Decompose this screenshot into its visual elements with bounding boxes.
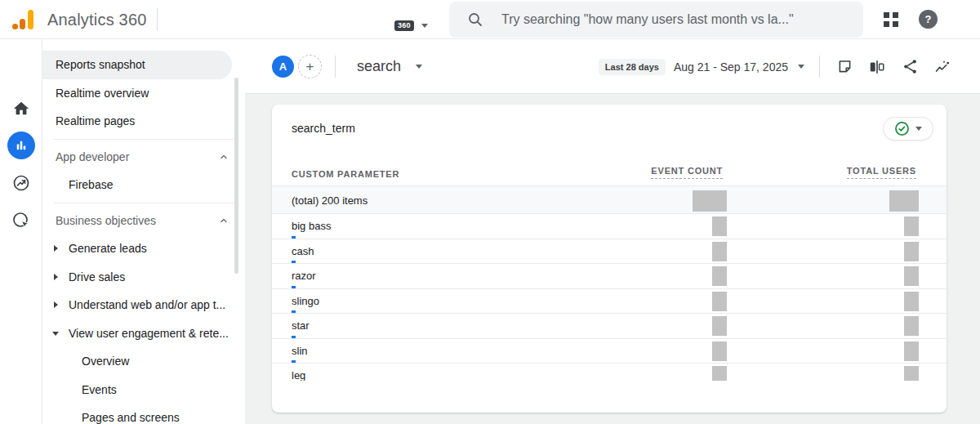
explore-icon [11, 173, 31, 193]
redacted-sublabel [292, 286, 296, 288]
analytics-logo-icon [11, 8, 35, 31]
app-title: Analytics 360 [47, 11, 147, 29]
header-divider [335, 56, 336, 78]
redacted-total-users-value [904, 216, 919, 236]
redacted-total-users-value [904, 266, 919, 286]
table-row: leg [272, 364, 947, 381]
redacted-event-count-value [712, 341, 727, 361]
expand-arrow-icon[interactable] [54, 245, 58, 252]
date-range-picker[interactable]: Last 28 days Aug 21 - Sep 17, 2025 [599, 59, 804, 75]
redacted-total-users-value [904, 242, 919, 261]
chevron-up-icon [219, 216, 229, 225]
add-comparison-button[interactable]: + [298, 55, 322, 78]
chevron-up-icon [219, 152, 229, 162]
redacted-total-users-value [904, 366, 919, 381]
sidebar-item-events[interactable]: Events [42, 376, 245, 404]
help-icon[interactable]: ? [919, 10, 938, 29]
redacted-total-users-value [904, 292, 919, 311]
top-app-bar: Analytics 360 360 ? [0, 0, 980, 39]
table-row: big bass [272, 214, 947, 239]
sidebar-divider [54, 139, 234, 140]
chevron-down-icon [798, 65, 804, 69]
expand-arrow-icon[interactable] [54, 301, 58, 308]
sidebar-item-reports-snapshot[interactable]: Reports snapshot [42, 51, 232, 79]
brand-home-link[interactable]: Analytics 360 [11, 0, 147, 39]
home-icon [12, 100, 30, 118]
reports-bar-chart-icon [14, 138, 29, 153]
compare-icon [868, 58, 886, 76]
search-term-cell: razor [292, 270, 316, 282]
search-term-cell: leg [292, 369, 305, 381]
search-term-cell: cash [292, 245, 314, 257]
note-icon [836, 58, 853, 75]
redacted-sublabel [292, 360, 296, 363]
chevron-down-icon [416, 65, 422, 69]
redacted-sublabel [292, 310, 296, 313]
redacted-event-count-value [712, 242, 727, 261]
report-title-dropdown[interactable]: search [357, 39, 422, 94]
check-circle-icon [894, 121, 910, 136]
sidebar-section-app-developer[interactable]: App developer [42, 143, 245, 172]
sidebar-item-drive-sales[interactable]: Drive sales [42, 263, 245, 292]
redacted-event-count-value [712, 292, 727, 311]
org-360-badge[interactable]: 360 [394, 20, 414, 31]
total-row-label: (total) 200 items [292, 194, 368, 207]
redacted-total-users-value [904, 341, 919, 361]
share-icon [902, 58, 919, 75]
sidebar-divider [54, 203, 234, 203]
avatar[interactable]: A [272, 56, 294, 78]
search-term-cell: big bass [292, 220, 331, 232]
insights-icon [933, 58, 951, 76]
sidebar-section-business-objectives[interactable]: Business objectives [42, 207, 245, 235]
insights-button[interactable] [933, 57, 952, 77]
column-header-event-count[interactable]: EVENT COUNT [651, 166, 723, 179]
sidebar-item-overview[interactable]: Overview [42, 347, 245, 376]
column-header-total-users[interactable]: TOTAL USERS [847, 166, 916, 179]
redacted-sublabel [292, 236, 296, 239]
sidebar-item-pages-and-screens[interactable]: Pages and screens [42, 404, 245, 424]
column-header-custom-parameter[interactable]: CUSTOM PARAMETER [292, 169, 399, 179]
notes-button[interactable] [835, 57, 854, 77]
rail-advertising-button[interactable] [0, 211, 42, 230]
date-preset-badge: Last 28 days [599, 59, 666, 75]
table-row: cash [272, 239, 947, 265]
redacted-event-count-value [693, 190, 727, 212]
search-term-cell: slin [292, 345, 308, 357]
table-row: slingo [272, 289, 947, 315]
card-title: search_term [292, 122, 355, 135]
redacted-event-count-value [712, 266, 727, 286]
redacted-sublabel [292, 336, 296, 338]
sidebar-item-realtime-overview[interactable]: Realtime overview [42, 79, 245, 108]
sidebar-item-understand-web-app-traffic[interactable]: Understand web and/or app t... [42, 291, 245, 319]
google-apps-grid-icon[interactable] [884, 12, 898, 27]
global-search-bar[interactable] [449, 2, 863, 38]
report-content-area: search_term CUSTOM PARAMETER EVENT COUNT… [245, 94, 980, 424]
redacted-sublabel [292, 261, 296, 263]
compare-button[interactable] [867, 57, 887, 77]
sidebar-item-realtime-pages[interactable]: Realtime pages [42, 107, 245, 136]
redacted-event-count-value [712, 366, 727, 381]
rail-reports-button[interactable] [0, 132, 42, 159]
redacted-total-users-value [904, 316, 919, 336]
date-range-text: Aug 21 - Sep 17, 2025 [674, 60, 788, 74]
search-icon [467, 11, 483, 28]
data-quality-dropdown[interactable] [883, 117, 933, 141]
expand-arrow-icon[interactable] [54, 274, 58, 280]
sidebar-scrollbar[interactable] [234, 78, 238, 274]
redacted-event-count-value [712, 316, 727, 336]
chevron-down-icon [915, 127, 922, 131]
rail-home-button[interactable] [0, 100, 42, 118]
sidebar-item-generate-leads[interactable]: Generate leads [42, 234, 245, 263]
search-term-table-card: search_term CUSTOM PARAMETER EVENT COUNT… [272, 105, 947, 413]
sidebar-item-view-user-engagement[interactable]: View user engagement & rete... [42, 319, 245, 348]
rail-explore-button[interactable] [0, 173, 42, 193]
collapse-arrow-icon[interactable] [52, 332, 59, 336]
redacted-total-users-value [889, 190, 919, 212]
search-input[interactable] [501, 12, 850, 27]
share-button[interactable] [900, 57, 920, 77]
org-switcher-caret-icon[interactable] [421, 24, 428, 28]
search-term-cell: star [292, 319, 310, 332]
header-divider [819, 56, 820, 78]
sidebar-item-firebase[interactable]: Firebase [42, 171, 245, 199]
report-header: A + search Last 28 days Aug 21 - Sep 17,… [245, 39, 980, 94]
